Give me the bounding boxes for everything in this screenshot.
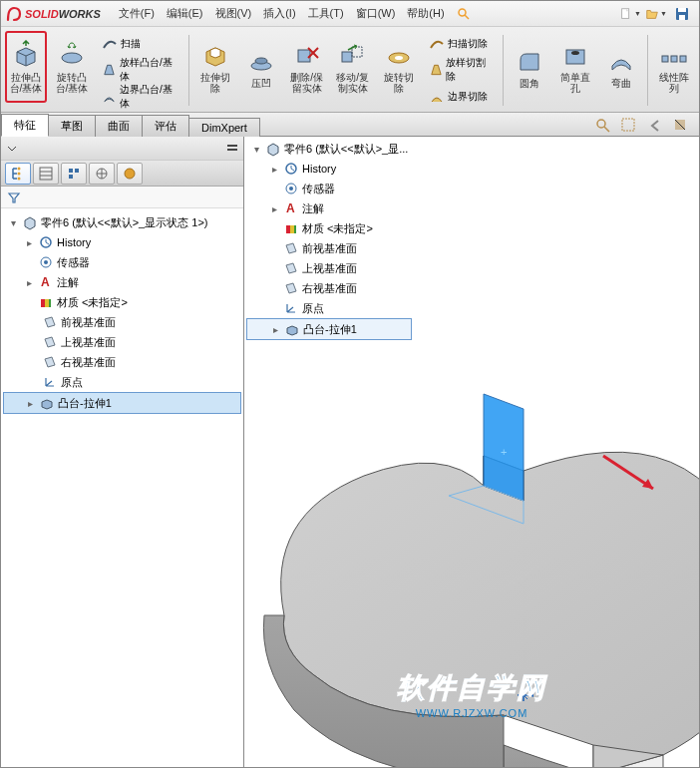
flyout-root[interactable]: ▾ 零件6 (默认<<默认>_显... [246,139,412,159]
flyout-sensors[interactable]: 传感器 [246,179,412,198]
menu-file[interactable]: 文件(F) [113,4,161,23]
flyout-origin[interactable]: 原点 [246,298,412,318]
svg-rect-18 [662,56,668,62]
tree-extrude1-label: 凸台-拉伸1 [58,396,112,411]
tree-root-label: 零件6 (默认<<默认>_显示状态 1>) [41,215,208,230]
svg-point-15 [395,56,403,60]
svg-line-1 [465,15,469,19]
move-copy-button[interactable]: 移动/复制实体 [332,31,374,103]
expand-icon[interactable]: ▾ [7,216,19,228]
svg-rect-36 [69,175,73,179]
swept-cut-button[interactable]: 扫描切除 [424,33,499,55]
tree-origin[interactable]: 原点 [3,372,241,392]
fillet-button[interactable]: 圆角 [509,31,550,103]
svg-point-6 [62,53,82,63]
svg-rect-2 [622,8,629,18]
tab-feature[interactable]: 特征 [1,114,49,137]
tree-history-label: History [57,236,91,248]
feature-tree-tab[interactable] [5,163,31,185]
watermark: 软件自学网 WWW.RJZXW.COM [397,669,546,719]
svg-rect-19 [671,56,677,62]
revolve-boss-button[interactable]: 旋转凸台/基体 [51,31,93,103]
menu-help[interactable]: 帮助(H) [401,4,450,23]
tree-root[interactable]: ▾ 零件6 (默认<<默认>_显示状态 1>) [3,212,241,232]
svg-point-29 [18,172,21,175]
flyout-history[interactable]: ▸ History [246,159,412,179]
open-file-button[interactable]: ▼ [644,3,668,25]
menu-view[interactable]: 视图(V) [209,4,258,23]
tree-right-plane[interactable]: 右视基准面 [3,352,241,372]
logo-icon [5,5,23,23]
tree-extrude1[interactable]: ▸ 凸台-拉伸1 [3,392,241,414]
svg-point-0 [459,9,466,16]
arrow-annotation [598,451,668,501]
tree-annotations[interactable]: ▸ A 注解 [3,272,241,292]
menu-edit[interactable]: 编辑(E) [161,4,209,23]
tree-top-plane[interactable]: 上视基准面 [3,332,241,352]
section-view-icon[interactable] [671,116,691,136]
boundary-cut-button[interactable]: 边界切除 [424,86,499,108]
panel-toolbar [1,137,243,161]
extrude-boss-button[interactable]: 拉伸凸台/基体 [5,31,47,103]
feature-tree: ▾ 零件6 (默认<<默认>_显示状态 1>) ▸ History 传感器 ▸ … [1,208,243,768]
bend-button[interactable]: 弯曲 [600,31,642,103]
tab-surface[interactable]: 曲面 [95,115,143,137]
menu-tools[interactable]: 工具(T) [302,4,350,23]
previous-view-icon[interactable] [645,116,665,136]
svg-rect-27 [227,149,237,151]
svg-text:+: + [501,446,507,458]
flyout-material[interactable]: 材质 <未指定> [246,218,412,238]
svg-point-40 [125,169,135,179]
flyout-top-plane[interactable]: 上视基准面 [246,258,412,278]
dome-button[interactable]: 压凹 [240,31,282,103]
svg-text:A: A [41,275,50,289]
sweep-button[interactable]: 扫描 [97,33,183,55]
new-file-button[interactable]: ▼ [618,3,642,25]
extrude-cut-button[interactable]: 拉伸切除 [194,31,236,103]
svg-point-17 [571,51,579,55]
filter-icon[interactable] [7,191,21,204]
collapse-icon[interactable] [5,142,19,156]
menu-search-icon[interactable] [451,5,477,23]
tree-history[interactable]: ▸ History [3,232,241,252]
save-button[interactable] [670,3,694,25]
zoom-fit-icon[interactable] [593,116,613,136]
dimxpert-tab[interactable] [89,163,115,185]
svg-rect-47 [49,299,51,307]
svg-rect-53 [290,225,294,233]
tree-front-plane[interactable]: 前视基准面 [3,312,241,332]
menu-window[interactable]: 窗口(W) [350,4,402,23]
delete-body-button[interactable]: 删除/保留实体 [286,31,328,103]
linear-pattern-button[interactable]: 线性阵列 [653,31,695,103]
tree-sensors[interactable]: 传感器 [3,252,241,272]
property-manager-tab[interactable] [33,163,59,185]
svg-rect-34 [69,169,73,173]
tree-right-label: 右视基准面 [61,355,116,370]
tree-front-label: 前视基准面 [61,315,116,330]
flyout-annotations[interactable]: ▸ A 注解 [246,198,412,218]
loft-boss-button[interactable]: 放样凸台/基体 [97,59,183,81]
zoom-area-icon[interactable] [619,116,639,136]
hole-wizard-button[interactable]: 简单直孔 [554,31,596,103]
svg-rect-45 [41,299,45,307]
flyout-front-plane[interactable]: 前视基准面 [246,238,412,258]
menu-insert[interactable]: 插入(I) [257,4,301,23]
panel-tabs [1,161,243,187]
tab-dimxpert[interactable]: DimXpert [188,118,260,137]
svg-point-8 [255,58,267,64]
flyout-right-plane[interactable]: 右视基准面 [246,278,412,298]
panel-menu-icon[interactable] [225,142,239,156]
tree-material[interactable]: 材质 <未指定> [3,292,241,312]
revolve-cut-button[interactable]: 旋转切除 [378,31,420,103]
display-tab[interactable] [117,163,143,185]
view-tools [593,116,699,136]
tab-evaluate[interactable]: 评估 [142,115,189,137]
loft-cut-button[interactable]: 放样切割除 [424,59,499,81]
tree-origin-label: 原点 [61,375,83,390]
svg-rect-46 [45,299,49,307]
app-logo: SOLIDWORKS [5,5,101,23]
boundary-boss-button[interactable]: 边界凸台/基体 [97,86,183,108]
tab-sketch[interactable]: 草图 [48,115,96,137]
configuration-tab[interactable] [61,163,87,185]
viewport[interactable]: ▾ 零件6 (默认<<默认>_显... ▸ History 传感器 ▸ A 注解… [244,137,699,768]
